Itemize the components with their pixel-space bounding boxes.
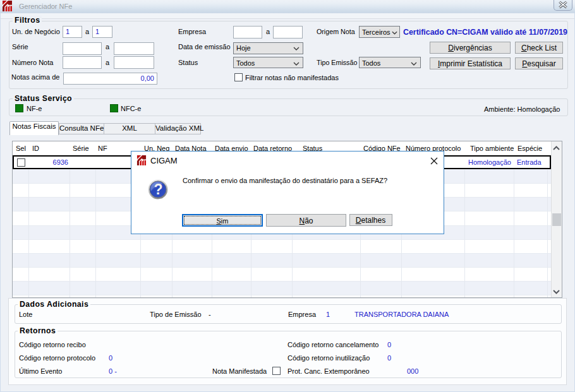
svg-text:?: ? xyxy=(154,181,162,198)
